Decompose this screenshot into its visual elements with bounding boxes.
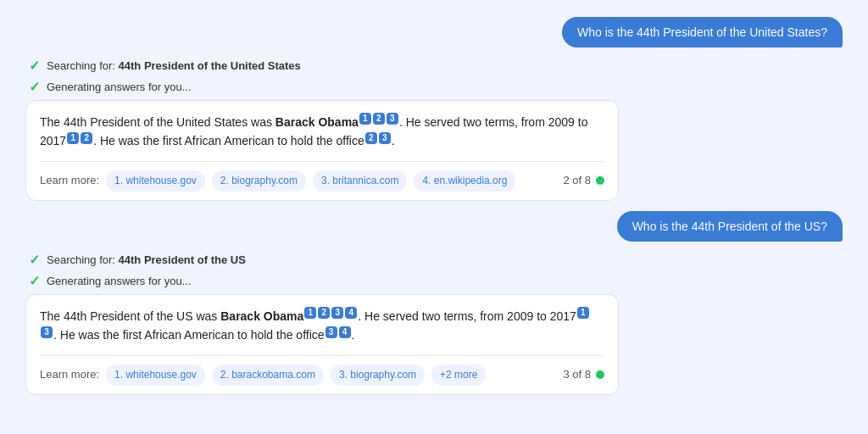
cite-2-2: 2 (318, 307, 330, 319)
green-dot-1 (596, 176, 604, 185)
cite-1-7: 3 (379, 132, 391, 144)
user-bubble-2: Who is the 44th President of the US? (617, 211, 843, 242)
check-icon-4: ✓ (29, 273, 40, 289)
answer-text-1: The 44th President of the United States … (40, 113, 604, 161)
answer-card-2: The 44th President of the US was Barack … (25, 294, 619, 395)
cite-2-3: 3 (331, 307, 343, 319)
user-message-row-1: Who is the 44th President of the United … (25, 17, 843, 47)
check-icon-1: ✓ (29, 58, 40, 74)
cite-2-6: 3 (41, 326, 53, 338)
result-count-1: 2 of 8 (563, 172, 604, 190)
answer-card-1: The 44th President of the United States … (25, 100, 619, 201)
cite-2-8: 4 (339, 326, 351, 338)
user-bubble-1: Who is the 44th President of the United … (562, 17, 843, 47)
status-text-searching-2: Searching for: 44th President of the US (47, 253, 246, 266)
source-link-1-2[interactable]: 2. biography.com (212, 170, 306, 192)
source-link-1-4[interactable]: 4. en.wikipedia.org (414, 170, 515, 192)
status-text-generating-1: Generating answers for you... (47, 81, 192, 93)
cite-1-6: 2 (365, 132, 377, 144)
learn-more-label-2: Learn more: (40, 366, 99, 384)
source-link-2-3[interactable]: 3. biography.com (331, 364, 425, 386)
cite-1-2: 2 (373, 113, 385, 125)
status-line-generating-1: ✓ Generating answers for you... (25, 79, 843, 95)
cite-1-1: 1 (359, 113, 371, 125)
status-text-searching-1: Searching for: 44th President of the Uni… (47, 59, 301, 72)
source-link-2-2[interactable]: 2. barackobama.com (212, 364, 324, 386)
cite-1-3: 3 (387, 113, 398, 125)
status-line-searching-2: ✓ Searching for: 44th President of the U… (25, 252, 843, 268)
cite-2-5: 1 (577, 307, 589, 319)
answer-text-2: The 44th President of the US was Barack … (40, 307, 604, 355)
chat-container: Who is the 44th President of the United … (0, 0, 868, 434)
learn-more-label-1: Learn more: (40, 172, 99, 190)
status-line-searching-1: ✓ Searching for: 44th President of the U… (25, 58, 843, 74)
user-message-text-2: Who is the 44th President of the US? (632, 220, 827, 233)
check-icon-2: ✓ (29, 79, 40, 95)
green-dot-2 (596, 370, 604, 379)
cite-2-7: 3 (326, 326, 337, 338)
cite-2-1: 1 (304, 307, 316, 319)
user-message-row-2: Who is the 44th President of the US? (25, 211, 843, 242)
source-link-2-1[interactable]: 1. whitehouse.gov (106, 364, 205, 386)
user-message-text-1: Who is the 44th President of the United … (577, 25, 827, 39)
check-icon-3: ✓ (29, 252, 40, 268)
source-more-2[interactable]: +2 more (431, 364, 486, 386)
status-line-generating-2: ✓ Generating answers for you... (25, 273, 843, 289)
learn-more-row-1: Learn more: 1. whitehouse.gov 2. biograp… (40, 161, 604, 200)
source-link-1-3[interactable]: 3. britannica.com (313, 170, 407, 192)
cite-2-4: 4 (345, 307, 357, 319)
result-count-2: 3 of 8 (563, 366, 604, 384)
cite-1-4: 1 (67, 132, 79, 144)
source-link-1-1[interactable]: 1. whitehouse.gov (106, 170, 205, 192)
status-text-generating-2: Generating answers for you... (47, 275, 192, 287)
learn-more-row-2: Learn more: 1. whitehouse.gov 2. baracko… (40, 355, 604, 394)
cite-1-5: 2 (81, 132, 92, 144)
assistant-block-1: ✓ Searching for: 44th President of the U… (25, 58, 843, 201)
assistant-block-2: ✓ Searching for: 44th President of the U… (25, 252, 843, 395)
